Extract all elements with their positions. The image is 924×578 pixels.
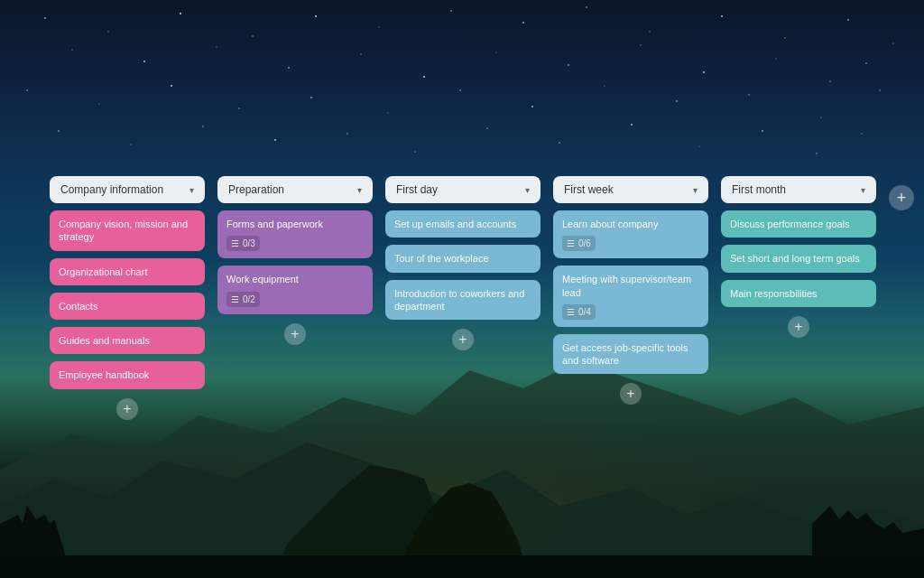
svg-point-10 bbox=[721, 15, 723, 17]
svg-point-43 bbox=[274, 139, 276, 141]
card-badge-forms: ☰ 0/3 bbox=[226, 236, 260, 251]
svg-point-16 bbox=[216, 46, 217, 47]
svg-point-51 bbox=[816, 153, 817, 154]
card-main-responsibilities[interactable]: Main responsbilities bbox=[721, 280, 876, 307]
svg-point-45 bbox=[414, 151, 415, 152]
badge-count: 0/2 bbox=[243, 294, 255, 305]
card-text: Get access job-specific tools and softwa… bbox=[562, 342, 688, 366]
card-setup-emails[interactable]: Set up emails and accounts bbox=[385, 210, 541, 238]
svg-point-29 bbox=[171, 85, 172, 87]
card-meeting-supervisor[interactable]: Meeting with supervisor/team lead ☰ 0/4 bbox=[553, 266, 708, 327]
svg-point-34 bbox=[531, 106, 533, 107]
card-get-access-tools[interactable]: Get access job-specific tools and softwa… bbox=[553, 334, 708, 375]
card-discuss-performance[interactable]: Discuss performance goals bbox=[721, 210, 876, 238]
card-text: Set short and long term goals bbox=[730, 253, 860, 264]
svg-point-26 bbox=[865, 62, 866, 63]
card-text: Employee handbook bbox=[59, 369, 149, 380]
svg-point-40 bbox=[58, 130, 59, 131]
card-intro-coworkers[interactable]: Introduction to coworkers and department bbox=[385, 280, 541, 321]
card-forms-paperwork[interactable]: Forms and paperwork ☰ 0/3 bbox=[217, 210, 373, 258]
svg-point-52 bbox=[861, 133, 862, 134]
chevron-down-icon: ▾ bbox=[189, 185, 194, 195]
chevron-down-icon: ▾ bbox=[861, 185, 865, 195]
card-text: Learn about company bbox=[562, 219, 658, 229]
card-learn-company[interactable]: Learn about company ☰ 0/6 bbox=[553, 210, 708, 258]
svg-point-5 bbox=[378, 26, 379, 27]
svg-point-48 bbox=[631, 124, 633, 126]
svg-point-31 bbox=[310, 97, 312, 98]
column-title-first-month: First month bbox=[732, 183, 786, 196]
add-card-preparation[interactable]: + bbox=[284, 323, 306, 345]
svg-point-0 bbox=[44, 17, 46, 19]
column-header-company-info[interactable]: Company information ▾ bbox=[50, 176, 205, 203]
column-header-first-week[interactable]: First week ▾ bbox=[553, 176, 708, 203]
column-preparation: Preparation ▾ Forms and paperwork ☰ 0/3 … bbox=[217, 176, 373, 345]
svg-point-42 bbox=[202, 126, 204, 127]
svg-point-32 bbox=[387, 112, 388, 113]
svg-point-46 bbox=[486, 127, 488, 129]
card-text: Tour of the workplace bbox=[394, 253, 489, 264]
add-card-company-info[interactable]: + bbox=[116, 398, 138, 420]
svg-point-21 bbox=[568, 64, 569, 66]
svg-point-28 bbox=[98, 103, 99, 104]
card-badge-equipment: ☰ 0/2 bbox=[226, 292, 260, 307]
column-first-month: First month ▾ Discuss performance goals … bbox=[721, 176, 876, 338]
svg-point-25 bbox=[829, 80, 831, 82]
svg-point-39 bbox=[879, 89, 881, 91]
checklist-icon: ☰ bbox=[231, 294, 239, 305]
column-company-info: Company information ▾ Company vision, mi… bbox=[50, 176, 205, 420]
column-header-first-day[interactable]: First day ▾ bbox=[385, 176, 541, 203]
svg-point-8 bbox=[586, 6, 587, 7]
svg-point-36 bbox=[676, 100, 678, 102]
card-text: Organizational chart bbox=[59, 266, 147, 277]
column-title-preparation: Preparation bbox=[228, 183, 284, 196]
card-text: Guides and manuals bbox=[59, 335, 150, 346]
chevron-down-icon: ▾ bbox=[357, 185, 362, 195]
svg-point-18 bbox=[360, 53, 361, 54]
svg-point-37 bbox=[748, 94, 749, 95]
chevron-down-icon: ▾ bbox=[525, 185, 530, 195]
checklist-icon: ☰ bbox=[567, 306, 575, 318]
add-column-button[interactable]: + bbox=[889, 185, 914, 210]
svg-point-33 bbox=[459, 89, 460, 90]
card-guides[interactable]: Guides and manuals bbox=[50, 327, 205, 354]
card-badge-meeting: ☰ 0/4 bbox=[562, 304, 596, 320]
svg-point-19 bbox=[423, 76, 425, 78]
column-header-preparation[interactable]: Preparation ▾ bbox=[217, 176, 373, 203]
card-text: Contacts bbox=[59, 301, 97, 312]
card-text: Work equipment bbox=[226, 274, 299, 284]
svg-point-27 bbox=[26, 89, 28, 91]
svg-point-30 bbox=[238, 107, 239, 108]
column-header-first-month[interactable]: First month ▾ bbox=[721, 176, 876, 203]
svg-rect-60 bbox=[0, 555, 924, 578]
card-org-chart[interactable]: Organizational chart bbox=[50, 258, 205, 285]
column-title-company-info: Company information bbox=[60, 183, 163, 196]
card-text: Main responsbilities bbox=[730, 288, 818, 299]
card-badge-learn: ☰ 0/6 bbox=[562, 236, 596, 251]
card-work-equipment[interactable]: Work equipment ☰ 0/2 bbox=[217, 266, 373, 313]
checklist-icon: ☰ bbox=[567, 238, 575, 249]
column-first-day: First day ▾ Set up emails and accounts T… bbox=[385, 176, 541, 350]
svg-point-44 bbox=[346, 133, 347, 134]
column-first-week: First week ▾ Learn about company ☰ 0/6 M… bbox=[553, 176, 708, 405]
badge-count: 0/6 bbox=[578, 238, 591, 249]
card-handbook[interactable]: Employee handbook bbox=[50, 361, 205, 388]
svg-point-6 bbox=[450, 10, 452, 12]
card-contacts[interactable]: Contacts bbox=[50, 293, 205, 320]
svg-point-2 bbox=[180, 13, 181, 14]
add-card-first-week[interactable]: + bbox=[620, 383, 642, 405]
add-card-first-day[interactable]: + bbox=[452, 329, 474, 350]
card-text: Forms and paperwork bbox=[226, 219, 323, 229]
svg-point-50 bbox=[762, 130, 763, 132]
column-title-first-day: First day bbox=[396, 183, 438, 196]
svg-point-38 bbox=[820, 117, 821, 117]
add-card-first-month[interactable]: + bbox=[788, 316, 809, 338]
svg-point-14 bbox=[71, 49, 72, 50]
svg-point-7 bbox=[522, 22, 524, 23]
badge-count: 0/3 bbox=[243, 238, 255, 249]
card-tour-workplace[interactable]: Tour of the workplace bbox=[385, 245, 541, 272]
svg-point-35 bbox=[604, 85, 605, 86]
svg-point-13 bbox=[892, 42, 893, 43]
card-company-vision[interactable]: Company vision, mission and strategy bbox=[50, 210, 205, 251]
card-set-goals[interactable]: Set short and long term goals bbox=[721, 245, 876, 272]
